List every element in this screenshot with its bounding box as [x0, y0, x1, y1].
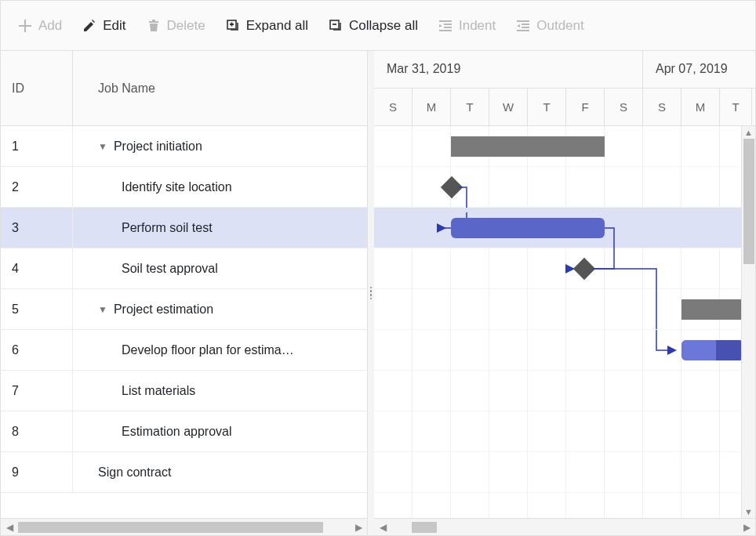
scroll-down-icon[interactable]: ▼ — [742, 505, 755, 518]
row-name[interactable]: ▼Project initiation — [73, 139, 367, 154]
row-id: 4 — [1, 248, 73, 288]
table-row[interactable]: 4Soil test approval — [1, 248, 367, 289]
day-header: S — [374, 89, 413, 126]
splitter-handle[interactable] — [368, 51, 374, 535]
day-header: M — [681, 89, 720, 126]
timeline-row[interactable] — [374, 167, 755, 208]
indent-icon — [438, 19, 453, 33]
outdent-label: Outdent — [536, 18, 584, 34]
indent-button[interactable]: Indent — [431, 12, 503, 40]
edit-button[interactable]: Edit — [75, 12, 133, 40]
row-name[interactable]: Perform soil test — [73, 221, 367, 235]
right-h-scrollbar[interactable]: ◀ ▶ — [374, 518, 755, 535]
collapse-all-button[interactable]: Collapse all — [321, 12, 426, 40]
day-header: T — [720, 89, 752, 126]
task-bar-summary[interactable] — [451, 136, 605, 157]
table-row[interactable]: 8Estimation approval — [1, 411, 367, 452]
date-header-0: Mar 31, 2019 — [374, 51, 643, 88]
timeline-row[interactable] — [374, 289, 755, 330]
row-id: 6 — [1, 330, 73, 370]
scroll-left-icon[interactable]: ◀ — [1, 519, 18, 536]
dependency-line — [374, 248, 641, 295]
column-header-name[interactable]: Job Name — [73, 51, 367, 125]
delete-button[interactable]: Delete — [139, 12, 213, 40]
row-name[interactable]: ▼Project estimation — [73, 302, 367, 317]
task-bar[interactable] — [451, 218, 605, 238]
dependency-line — [374, 167, 484, 214]
timeline-body[interactable] — [374, 126, 755, 518]
svg-marker-2 — [437, 223, 446, 233]
expand-all-label: Expand all — [246, 18, 308, 34]
indent-label: Indent — [459, 18, 496, 34]
task-name-text: Soil test approval — [122, 262, 218, 276]
grid-header: ID Job Name — [1, 51, 367, 126]
collapse-icon — [329, 19, 343, 33]
table-row[interactable]: 2Identify site location — [1, 167, 367, 208]
delete-icon — [147, 19, 161, 33]
table-row[interactable]: 3Perform soil test — [1, 208, 367, 248]
day-header: F — [566, 89, 605, 126]
day-header: T — [451, 89, 489, 126]
edit-icon — [82, 19, 96, 33]
scroll-up-icon[interactable]: ▲ — [742, 126, 755, 139]
grid-pane: ID Job Name 1▼Project initiation2Identif… — [1, 51, 368, 535]
row-name[interactable]: Sign contract — [73, 465, 367, 480]
timeline-header: Mar 31, 2019 Apr 07, 2019 SMTWTFSSMT — [374, 51, 755, 126]
scroll-left-icon[interactable]: ◀ — [374, 519, 391, 536]
milestone-marker[interactable] — [441, 176, 463, 198]
task-name-text: Perform soil test — [122, 221, 213, 235]
row-name[interactable]: Identify site location — [73, 180, 367, 194]
timeline-row[interactable] — [374, 248, 755, 289]
table-row[interactable]: 5▼Project estimation — [1, 289, 367, 330]
timeline-pane: Mar 31, 2019 Apr 07, 2019 SMTWTFSSMT — [374, 51, 755, 535]
left-h-scrollbar[interactable]: ◀ ▶ — [1, 518, 367, 535]
timeline-row[interactable] — [374, 371, 755, 411]
table-row[interactable]: 9Sign contract — [1, 452, 367, 493]
timeline-row[interactable] — [374, 330, 755, 371]
scroll-right-icon[interactable]: ▶ — [350, 519, 367, 536]
row-id: 9 — [1, 452, 73, 492]
v-scrollbar[interactable]: ▲ ▼ — [741, 126, 755, 518]
row-id: 1 — [1, 126, 73, 166]
task-name-text: List materials — [122, 384, 195, 398]
outdent-button[interactable]: Outdent — [508, 12, 592, 40]
timeline-row[interactable] — [374, 126, 755, 167]
task-name-text: Develop floor plan for estima… — [122, 343, 294, 357]
caret-down-icon[interactable]: ▼ — [98, 304, 107, 315]
task-name-text: Project initiation — [114, 139, 202, 154]
table-row[interactable]: 7List materials — [1, 371, 367, 411]
milestone-marker[interactable] — [573, 258, 595, 280]
task-name-text: Sign contract — [98, 465, 171, 480]
day-header: T — [528, 89, 566, 126]
expand-all-button[interactable]: Expand all — [218, 12, 316, 40]
row-id: 2 — [1, 167, 73, 207]
day-header: S — [643, 89, 681, 126]
task-name-text: Estimation approval — [122, 425, 232, 439]
task-progress — [681, 340, 716, 360]
row-name[interactable]: Develop floor plan for estima… — [73, 343, 367, 357]
timeline-row[interactable] — [374, 411, 755, 452]
timeline-row[interactable] — [374, 452, 755, 493]
day-header: M — [413, 89, 451, 126]
row-name[interactable]: Soil test approval — [73, 262, 367, 276]
add-label: Add — [38, 18, 62, 34]
scroll-right-icon[interactable]: ▶ — [738, 519, 755, 536]
toolbar: Add Edit Delete Expand all Collapse all … — [1, 1, 755, 51]
plus-icon — [18, 19, 32, 33]
add-button[interactable]: Add — [10, 12, 70, 40]
timeline-row[interactable] — [374, 208, 755, 248]
row-name[interactable]: Estimation approval — [73, 425, 367, 439]
table-row[interactable]: 6Develop floor plan for estima… — [1, 330, 367, 371]
task-bar-summary[interactable] — [681, 299, 744, 320]
delete-label: Delete — [167, 18, 205, 34]
row-id: 7 — [1, 371, 73, 411]
row-id: 3 — [1, 208, 73, 248]
date-header-1: Apr 07, 2019 — [643, 51, 755, 88]
collapse-all-label: Collapse all — [349, 18, 418, 34]
column-header-id[interactable]: ID — [1, 51, 73, 125]
row-name[interactable]: List materials — [73, 384, 367, 398]
table-row[interactable]: 1▼Project initiation — [1, 126, 367, 167]
caret-down-icon[interactable]: ▼ — [98, 141, 107, 152]
day-header: S — [605, 89, 643, 126]
outdent-icon — [516, 19, 530, 33]
